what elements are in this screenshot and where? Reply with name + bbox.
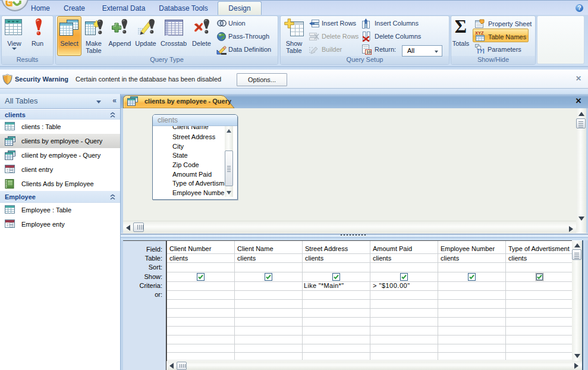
svg-text:XYZ: XYZ	[475, 30, 484, 36]
svg-text:[?]: [?]	[477, 48, 485, 54]
svg-text:10: 10	[366, 50, 371, 54]
